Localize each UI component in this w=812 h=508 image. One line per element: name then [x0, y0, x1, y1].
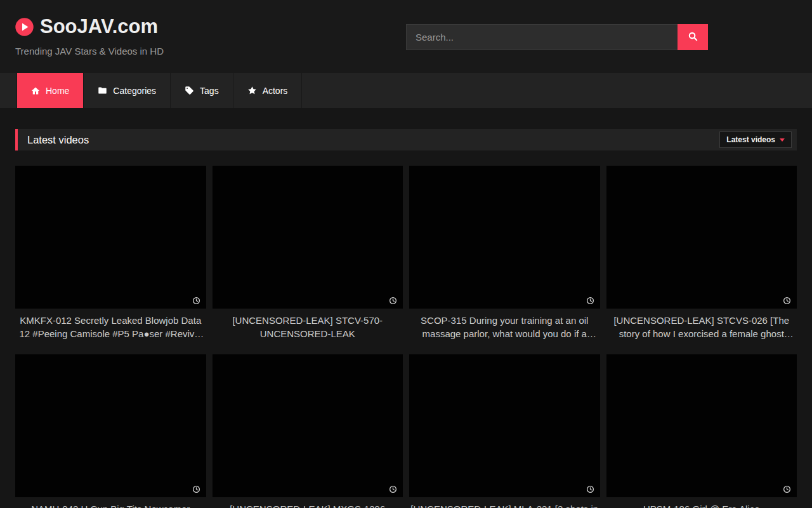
clock-icon	[389, 297, 397, 305]
clock-icon	[389, 485, 397, 493]
section-header: Latest videos Latest videos	[15, 129, 797, 150]
video-title[interactable]: [UNCENSORED-LEAK] MXGS-1296 Absolutely	[213, 503, 403, 508]
main-nav: Home Categories Tags Actors	[0, 73, 812, 108]
home-icon	[31, 86, 40, 95]
video-title[interactable]: KMKFX-012 Secretly Leaked Blowjob Data 1…	[15, 314, 206, 340]
video-thumbnail[interactable]	[15, 166, 206, 309]
video-card[interactable]: [UNCENSORED-LEAK] MXGS-1296 Absolutely	[213, 354, 403, 508]
video-grid: KMKFX-012 Secretly Leaked Blowjob Data 1…	[15, 166, 797, 508]
search-button[interactable]	[678, 24, 708, 50]
nav-item-categories[interactable]: Categories	[84, 73, 171, 108]
video-title[interactable]: SCOP-315 During your training at an oil …	[409, 314, 600, 340]
nav-item-actors[interactable]: Actors	[233, 73, 303, 108]
clock-icon	[586, 485, 594, 493]
clock-icon	[783, 297, 791, 305]
video-thumbnail[interactable]	[15, 354, 206, 497]
magnifier-icon	[688, 31, 698, 44]
video-thumbnail[interactable]	[213, 354, 403, 497]
clock-icon	[192, 297, 200, 305]
content: Latest videos Latest videos KMKFX-012 Se…	[0, 129, 812, 508]
video-card[interactable]: [UNCENSORED-LEAK] MLA-231 [3 shots in	[409, 354, 600, 508]
section-title: Latest videos	[18, 134, 89, 146]
star-icon	[247, 86, 257, 95]
video-thumbnail[interactable]	[409, 354, 600, 497]
video-title[interactable]: NAMH-042 H Cup Big Tits Newcomer (170cm …	[15, 503, 206, 508]
search-input[interactable]	[406, 24, 678, 50]
site-header: SooJAV.com Trending JAV Stars & Videos i…	[0, 0, 812, 73]
video-title[interactable]: UPSM-186 Girl @ Era Alice	[606, 503, 797, 508]
site-tagline: Trending JAV Stars & Videos in HD	[15, 46, 164, 57]
video-thumbnail[interactable]	[213, 166, 403, 309]
clock-icon	[586, 297, 594, 305]
search-form	[406, 24, 708, 50]
video-card[interactable]: NAMH-042 H Cup Big Tits Newcomer (170cm …	[15, 354, 206, 508]
video-title[interactable]: [UNCENSORED-LEAK] MLA-231 [3 shots in	[409, 503, 600, 508]
video-title[interactable]: [UNCENSORED-LEAK] STCVS-026 [The story o…	[606, 314, 797, 340]
sort-dropdown[interactable]: Latest videos	[719, 131, 792, 148]
site-logo[interactable]: SooJAV.com	[15, 15, 158, 38]
sort-dropdown-label: Latest videos	[726, 135, 775, 144]
video-thumbnail[interactable]	[409, 166, 600, 309]
video-thumbnail[interactable]	[606, 354, 797, 497]
video-card[interactable]: [UNCENSORED-LEAK] STCVS-026 [The story o…	[606, 166, 797, 340]
video-card[interactable]: SCOP-315 During your training at an oil …	[409, 166, 600, 340]
tag-icon	[185, 86, 194, 95]
nav-item-home[interactable]: Home	[16, 73, 84, 108]
folder-icon	[98, 86, 107, 95]
video-card[interactable]: [UNCENSORED-LEAK] STCV-570-UNCENSORED-LE…	[213, 166, 403, 340]
page: SooJAV.com Trending JAV Stars & Videos i…	[0, 0, 812, 508]
video-thumbnail[interactable]	[606, 166, 797, 309]
clock-icon	[783, 485, 791, 493]
play-icon	[15, 17, 34, 37]
video-title[interactable]: [UNCENSORED-LEAK] STCV-570-UNCENSORED-LE…	[213, 314, 403, 340]
video-card[interactable]: KMKFX-012 Secretly Leaked Blowjob Data 1…	[15, 166, 206, 340]
caret-down-icon	[780, 138, 785, 142]
video-card[interactable]: UPSM-186 Girl @ Era Alice	[606, 354, 797, 508]
nav-item-tags[interactable]: Tags	[171, 73, 233, 108]
site-title: SooJAV.com	[40, 15, 158, 38]
clock-icon	[192, 485, 200, 493]
